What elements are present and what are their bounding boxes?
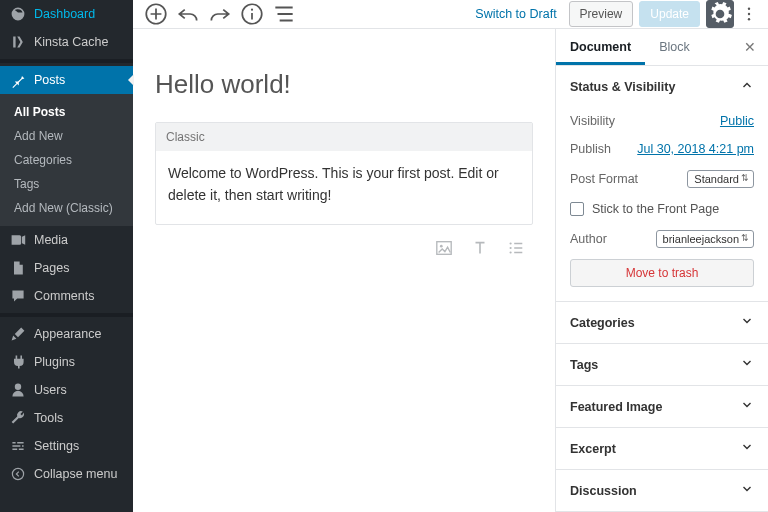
collapse-icon [10,466,26,482]
brush-icon [10,326,26,342]
menu-plugins[interactable]: Plugins [0,348,133,376]
menu-settings[interactable]: Settings [0,432,133,460]
panel-toggle[interactable]: Status & Visibility [556,66,768,107]
chevron-up-icon [740,78,754,95]
move-to-trash-button[interactable]: Move to trash [570,259,754,287]
info-button[interactable] [239,1,265,27]
panel-tags: Tags [556,344,768,386]
author-label: Author [570,232,607,246]
kinsta-icon [10,34,26,50]
menu-dashboard[interactable]: Dashboard [0,0,133,28]
menu-label: Comments [34,289,94,303]
post-format-select[interactable]: Standard [687,170,754,188]
menu-collapse[interactable]: Collapse menu [0,460,133,488]
undo-button[interactable] [175,1,201,27]
panel-toggle[interactable]: Categories [556,302,768,343]
svg-point-4 [748,8,750,10]
submenu-add-new[interactable]: Add New [0,124,133,148]
author-select[interactable]: brianleejackson [656,230,754,248]
menu-pages[interactable]: Pages [0,254,133,282]
redo-button[interactable] [207,1,233,27]
outline-button[interactable] [271,1,297,27]
post-title[interactable]: Hello world! [155,69,533,100]
menu-separator [0,59,133,63]
settings-toggle-button[interactable] [706,0,734,28]
inspector-panel: Document Block ✕ Status & Visibility Vis… [556,29,768,512]
svg-point-8 [440,245,443,248]
pin-icon [10,72,26,88]
block-inserter-shortcuts [155,239,533,257]
panel-title: Featured Image [570,400,662,414]
publish-date-link[interactable]: Jul 30, 2018 4:21 pm [637,142,754,156]
pages-icon [10,260,26,276]
menu-label: Plugins [34,355,75,369]
menu-posts[interactable]: Posts [0,66,133,94]
editor-main: Switch to Draft Preview Update Hello wor… [133,0,768,512]
list-icon[interactable] [507,239,525,257]
menu-label: Pages [34,261,69,275]
menu-appearance[interactable]: Appearance [0,320,133,348]
preview-button[interactable]: Preview [569,1,634,27]
close-inspector-button[interactable]: ✕ [732,39,768,55]
submenu-add-new-classic[interactable]: Add New (Classic) [0,196,133,220]
menu-label: Users [34,383,67,397]
editor-canvas[interactable]: Hello world! Classic Welcome to WordPres… [133,29,556,512]
classic-block-label: Classic [156,123,532,151]
stick-front-page-checkbox[interactable] [570,202,584,216]
switch-to-draft-button[interactable]: Switch to Draft [469,3,562,25]
submenu-categories[interactable]: Categories [0,148,133,172]
menu-kinsta[interactable]: Kinsta Cache [0,28,133,56]
panel-discussion: Discussion [556,470,768,512]
visibility-label: Visibility [570,114,615,128]
menu-media[interactable]: Media [0,226,133,254]
classic-block[interactable]: Classic Welcome to WordPress. This is yo… [155,122,533,225]
panel-title: Categories [570,316,635,330]
menu-label: Kinsta Cache [34,35,108,49]
comments-icon [10,288,26,304]
panel-status-visibility: Status & Visibility Visibility Public Pu… [556,66,768,302]
panel-excerpt: Excerpt [556,428,768,470]
panel-toggle[interactable]: Discussion [556,470,768,511]
visibility-value-link[interactable]: Public [720,114,754,128]
image-icon[interactable] [435,239,453,257]
tab-block[interactable]: Block [645,29,704,65]
menu-users[interactable]: Users [0,376,133,404]
classic-block-content[interactable]: Welcome to WordPress. This is your first… [156,151,532,224]
menu-label: Tools [34,411,63,425]
svg-point-5 [748,13,750,15]
stick-label: Stick to the Front Page [592,202,719,216]
panel-toggle[interactable]: Tags [556,344,768,385]
panel-toggle[interactable]: Featured Image [556,386,768,427]
menu-label: Media [34,233,68,247]
menu-separator [0,313,133,317]
panel-title: Status & Visibility [570,80,675,94]
tab-document[interactable]: Document [556,29,645,65]
chevron-down-icon [740,398,754,415]
panel-title: Excerpt [570,442,616,456]
menu-label: Settings [34,439,79,453]
chevron-down-icon [740,440,754,457]
panel-featured-image: Featured Image [556,386,768,428]
submenu-all-posts[interactable]: All Posts [0,100,133,124]
menu-comments[interactable]: Comments [0,282,133,310]
submenu-tags[interactable]: Tags [0,172,133,196]
panel-toggle[interactable]: Excerpt [556,428,768,469]
media-icon [10,232,26,248]
svg-point-11 [510,252,512,254]
inspector-tabs: Document Block ✕ [556,29,768,66]
submenu-posts: All Posts Add New Categories Tags Add Ne… [0,94,133,226]
heading-icon[interactable] [471,239,489,257]
add-block-button[interactable] [143,1,169,27]
panel-title: Tags [570,358,598,372]
menu-label: Appearance [34,327,101,341]
publish-label: Publish [570,142,611,156]
svg-point-10 [510,247,512,249]
wrench-icon [10,410,26,426]
svg-point-9 [510,243,512,245]
menu-tools[interactable]: Tools [0,404,133,432]
users-icon [10,382,26,398]
chevron-down-icon [740,314,754,331]
menu-label: Collapse menu [34,467,117,481]
svg-point-6 [748,18,750,20]
more-menu-button[interactable] [740,5,758,23]
